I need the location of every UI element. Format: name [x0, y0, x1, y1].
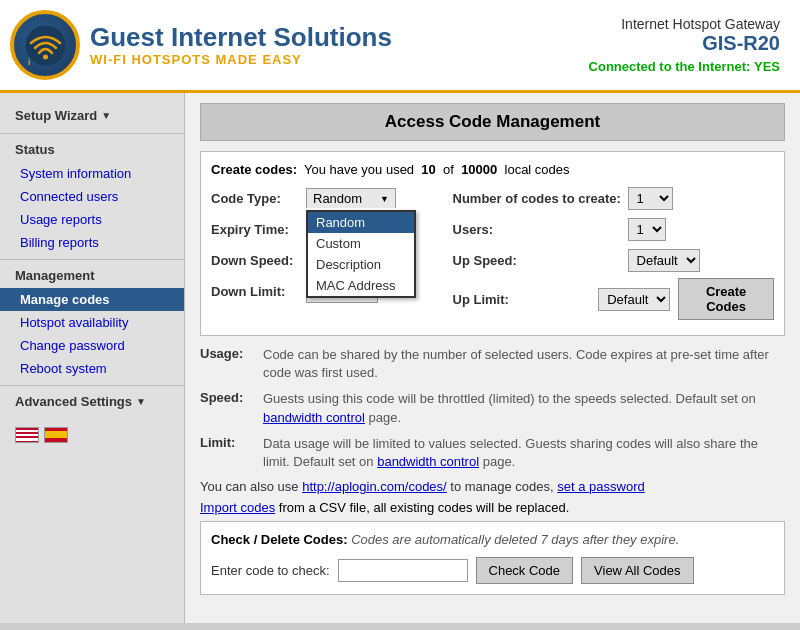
- sidebar-item-connected-users[interactable]: Connected users: [0, 185, 184, 208]
- management-label: Management: [15, 268, 94, 283]
- dropdown-arrow: ▼: [380, 194, 389, 204]
- import-line: Import codes from a CSV file, all existi…: [200, 500, 785, 515]
- sidebar-item-change-password[interactable]: Change password: [0, 334, 184, 357]
- sidebar-management-section: Management Manage codes Hotspot availabi…: [0, 263, 184, 380]
- bandwidth-control-link-2[interactable]: bandwidth control: [377, 454, 479, 469]
- num-codes-select[interactable]: 12510: [628, 187, 673, 210]
- header-right: Internet Hotspot Gateway GIS-R20 Connect…: [589, 16, 780, 74]
- sidebar: Setup Wizard ▼ Status System information…: [0, 93, 185, 623]
- code-type-option-mac-address[interactable]: MAC Address: [308, 275, 414, 296]
- usage-section: Usage: Code can be shared by the number …: [200, 346, 785, 382]
- code-type-dropdown-wrap: Random ▼ Random Custom Description MAC A…: [306, 188, 396, 208]
- speed-section: Speed: Guests using this code will be th…: [200, 390, 785, 426]
- logo-text: Guest Internet Solutions WI-FI HOTSPOTS …: [90, 23, 392, 67]
- up-limit-select[interactable]: Default: [598, 288, 670, 311]
- bandwidth-control-link-1[interactable]: bandwidth control: [263, 410, 365, 425]
- create-codes-button[interactable]: Create Codes: [678, 278, 774, 320]
- num-codes-row: Number of codes to create: 12510: [453, 185, 774, 211]
- of-text: of: [443, 162, 454, 177]
- up-speed-label: Up Speed:: [453, 253, 628, 268]
- num-codes-label: Number of codes to create:: [453, 191, 628, 206]
- sidebar-item-hotspot-availability[interactable]: Hotspot availability: [0, 311, 184, 334]
- form-left: Code Type: Random ▼ Random Custom Descri…: [211, 185, 433, 309]
- usage-label: Usage:: [200, 346, 255, 382]
- management-heading: Management: [0, 263, 184, 288]
- sidebar-item-usage-reports[interactable]: Usage reports: [0, 208, 184, 231]
- sidebar-status-section: Status System information Connected user…: [0, 137, 184, 254]
- used-count: 10: [421, 162, 435, 177]
- down-speed-label: Down Speed:: [211, 253, 306, 268]
- sidebar-item-manage-codes[interactable]: Manage codes: [0, 288, 184, 311]
- code-type-option-description[interactable]: Description: [308, 254, 414, 275]
- sidebar-item-reboot-system[interactable]: Reboot system: [0, 357, 184, 380]
- set-password-link[interactable]: set a password: [557, 479, 644, 494]
- url-text-1: You can also use: [200, 479, 299, 494]
- flag-us[interactable]: [15, 427, 39, 443]
- up-speed-select[interactable]: Default: [628, 249, 700, 272]
- create-codes-header: Create codes: You have you used 10 of 10…: [211, 162, 774, 177]
- code-type-row: Code Type: Random ▼ Random Custom Descri…: [211, 185, 433, 211]
- create-codes-panel: Create codes: You have you used 10 of 10…: [200, 151, 785, 336]
- url-text-2: to manage codes,: [450, 479, 553, 494]
- setup-wizard-arrow: ▼: [101, 110, 111, 121]
- divider-2: [0, 259, 184, 260]
- check-code-input[interactable]: [338, 559, 468, 582]
- setup-wizard-heading[interactable]: Setup Wizard ▼: [0, 103, 184, 128]
- import-text: from a CSV file, all existing codes will…: [279, 500, 569, 515]
- check-delete-title: Check / Delete Codes: Codes are automati…: [211, 532, 774, 547]
- sidebar-setup-section: Setup Wizard ▼: [0, 103, 184, 128]
- advanced-settings-label: Advanced Settings: [15, 394, 132, 409]
- brand-tagline: WI-FI HOTSPOTS MADE EASY: [90, 52, 392, 67]
- sidebar-advanced-section: Advanced Settings ▼: [0, 389, 184, 414]
- sidebar-item-billing-reports[interactable]: Billing reports: [0, 231, 184, 254]
- check-row: Enter code to check: Check Code View All…: [211, 552, 774, 584]
- import-codes-link[interactable]: Import codes: [200, 500, 275, 515]
- view-all-codes-button[interactable]: View All Codes: [581, 557, 693, 584]
- speed-text-1: Guests using this code will be throttled…: [263, 391, 756, 406]
- flag-area: [0, 419, 184, 451]
- sidebar-item-system-information[interactable]: System information: [0, 162, 184, 185]
- internet-status: Connected to the Internet: YES: [589, 59, 780, 74]
- advanced-settings-arrow: ▼: [136, 396, 146, 407]
- content-area: Access Code Management Create codes: You…: [185, 93, 800, 623]
- flag-es[interactable]: [44, 427, 68, 443]
- up-limit-row: Up Limit: Default Create Codes: [453, 278, 774, 320]
- setup-wizard-label: Setup Wizard: [15, 108, 97, 123]
- code-type-option-random[interactable]: Random: [308, 212, 414, 233]
- code-type-option-custom[interactable]: Custom: [308, 233, 414, 254]
- check-delete-subtitle: Codes are automatically deleted 7 days a…: [351, 532, 679, 547]
- check-delete-label: Check / Delete Codes:: [211, 532, 348, 547]
- code-type-label: Code Type:: [211, 191, 306, 206]
- brand-name: Guest Internet Solutions: [90, 23, 392, 52]
- url-line: You can also use http://aplogin.com/code…: [200, 479, 785, 494]
- check-delete-panel: Check / Delete Codes: Codes are automati…: [200, 521, 785, 595]
- svg-point-1: [43, 54, 48, 59]
- check-code-button[interactable]: Check Code: [476, 557, 574, 584]
- local-codes-text: local codes: [505, 162, 570, 177]
- users-select[interactable]: 125: [628, 218, 666, 241]
- code-type-dropdown[interactable]: Random ▼: [306, 188, 396, 208]
- svg-text:i: i: [28, 57, 31, 67]
- limit-text-2: page.: [483, 454, 516, 469]
- users-row: Users: 125: [453, 216, 774, 242]
- users-label: Users:: [453, 222, 628, 237]
- code-type-popup: Random Custom Description MAC Address: [306, 210, 416, 298]
- header: i Guest Internet Solutions WI-FI HOTSPOT…: [0, 0, 800, 93]
- limit-text: Data usage will be limited to values sel…: [263, 435, 785, 471]
- main-layout: Setup Wizard ▼ Status System information…: [0, 93, 800, 623]
- down-limit-label: Down Limit:: [211, 284, 306, 299]
- page-title: Access Code Management: [200, 103, 785, 141]
- total-count: 10000: [461, 162, 497, 177]
- divider-3: [0, 385, 184, 386]
- usage-text: Code can be shared by the number of sele…: [263, 346, 785, 382]
- logo-area: i Guest Internet Solutions WI-FI HOTSPOT…: [10, 10, 392, 80]
- create-codes-label: Create codes:: [211, 162, 297, 177]
- advanced-settings-heading[interactable]: Advanced Settings ▼: [0, 389, 184, 414]
- enter-code-label: Enter code to check:: [211, 563, 330, 578]
- limit-section: Limit: Data usage will be limited to val…: [200, 435, 785, 471]
- internet-label: Connected to the Internet:: [589, 59, 751, 74]
- internet-yes: YES: [754, 59, 780, 74]
- speed-text: Guests using this code will be throttled…: [263, 390, 785, 426]
- aplogin-link[interactable]: http://aplogin.com/codes/: [302, 479, 447, 494]
- logo-icon: i: [10, 10, 80, 80]
